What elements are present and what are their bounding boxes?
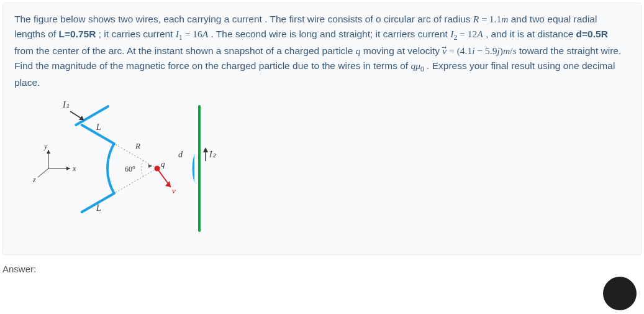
eq-d: d=0.5R bbox=[576, 29, 608, 39]
eq-L: L=0.75R bbox=[59, 29, 96, 39]
question-card: The figure below shows two wires, each c… bbox=[2, 2, 642, 255]
d-label: d bbox=[178, 150, 183, 159]
q-label: q bbox=[161, 159, 165, 169]
eq-I1: I1 = 16A bbox=[176, 29, 208, 39]
wire-1-radials bbox=[82, 125, 114, 212]
svg-marker-1 bbox=[66, 167, 70, 170]
eq-qmu0: qμ0 bbox=[410, 60, 424, 71]
figure-svg: x y z I₁ bbox=[33, 94, 256, 243]
svg-line-4 bbox=[38, 169, 48, 177]
eq-I2: I2 = 12A bbox=[450, 29, 483, 39]
center-dir-icon bbox=[148, 164, 152, 168]
angle-construction bbox=[114, 144, 157, 193]
text-frag: from the center of the arc. At the insta… bbox=[14, 45, 356, 56]
var-q: q bbox=[356, 45, 361, 56]
R-label: R bbox=[135, 141, 140, 150]
L-top-label: L bbox=[96, 122, 101, 132]
text-frag: The figure below shows two wires, each c… bbox=[14, 14, 473, 24]
angle-label: 60⁰ bbox=[125, 165, 135, 173]
question-text: The figure below shows two wires, each c… bbox=[14, 12, 630, 90]
I1-arrow-icon bbox=[70, 111, 84, 120]
velocity-arrowhead-icon bbox=[165, 181, 171, 187]
eq-radius: R = 1.1m bbox=[473, 14, 509, 24]
axis-y-label: y bbox=[43, 142, 48, 150]
figure: x y z I₁ bbox=[33, 94, 256, 243]
answer-label: Answer: bbox=[2, 264, 644, 274]
text-frag: ; it carries current bbox=[99, 29, 176, 39]
v-label: v bbox=[172, 186, 176, 195]
I1-label: I₁ bbox=[62, 100, 70, 109]
text-frag: moving at velocity bbox=[363, 45, 443, 56]
axes-icon bbox=[38, 150, 70, 177]
text-frag: . The second wire is long and straight; … bbox=[211, 29, 451, 39]
eq-v: v⃗ = (4.1i − 5.9j)m/s bbox=[442, 45, 516, 56]
axis-z-label: z bbox=[33, 175, 36, 184]
text-frag: , and it is at distance bbox=[486, 29, 576, 39]
svg-line-5 bbox=[76, 106, 108, 125]
I2-label: I₂ bbox=[209, 150, 216, 159]
L-bot-label: L bbox=[96, 203, 101, 213]
svg-rect-8 bbox=[194, 137, 238, 200]
svg-line-12 bbox=[114, 169, 157, 193]
axis-x-label: x bbox=[72, 164, 76, 173]
